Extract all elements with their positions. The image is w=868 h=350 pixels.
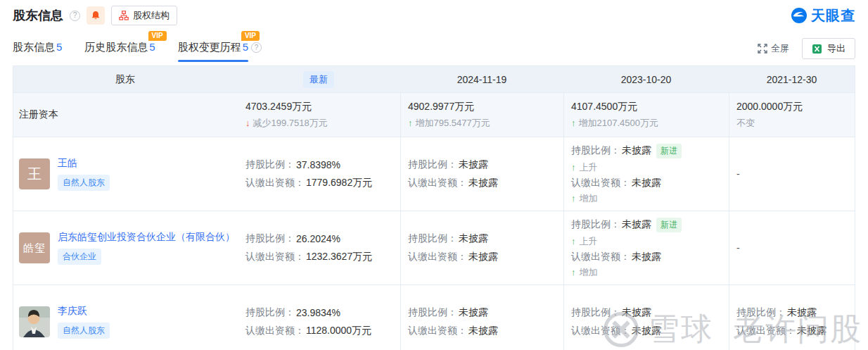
ratio-value: 未披露 [459,158,488,171]
amount-value: 未披露 [632,325,661,337]
shareholder-type-tag: 自然人股东 [58,175,110,191]
table-row: 李庆跃 自然人股东 持股比例：23.9834% 认缴出资额：1128.0000万… [13,285,855,350]
new-entry-badge: 新进 [656,144,682,158]
export-button[interactable]: 导出 [802,38,855,59]
ratio-label: 持股比例： [736,306,786,319]
amount-value: 未披露 [468,251,498,263]
down-arrow-icon: ↓ [245,118,250,128]
tianyancha-logo-text: 天眼查 [811,6,855,25]
tab-bar: 股东信息5 历史股东信息5 VIP 股权变更历程5 VIP ? [0,38,868,62]
tab-history-shareholder-info[interactable]: 历史股东信息5 VIP [84,41,155,62]
amount-label: 认缴出资额： [571,325,630,337]
shareholder-name-link[interactable]: 王皓 [58,157,110,170]
ratio-value: 26.2024% [296,233,340,244]
notification-bell-button[interactable] [87,6,105,25]
capital-2023-cell: 4107.4500万元 ↑增加2107.4500万元 [563,93,729,137]
amount-label: 认缴出资额： [736,325,796,337]
tianyancha-logo[interactable]: 天眼查 [791,6,855,25]
fullscreen-button[interactable]: 全屏 [758,42,789,55]
shareholder-type-tag: 合伙企业 [58,249,101,265]
shareholder-info-panel: 股东信息 ? 股权结构 [0,0,868,350]
tab-count: 5 [243,41,248,53]
ratio-value: 37.8398% [296,159,340,170]
amount-value: 1779.6982万元 [306,177,372,189]
vip-badge: VIP [241,31,260,41]
capital-value: 2000.0000万元 [736,101,855,113]
avatar[interactable]: 王 [19,158,50,189]
amount-label: 认缴出资额： [245,177,305,189]
capital-change: 不变 [736,117,855,130]
topbar: 股东信息 ? 股权结构 [0,0,868,25]
cell-2024: 持股比例：未披露 认缴出资额：未披露 [400,137,563,211]
ratio-value: 未披露 [622,306,651,319]
registered-capital-label: 注册资本 [13,93,237,137]
ratio-value: 未披露 [459,306,488,319]
up-arrow-icon: ↑ [571,118,576,128]
person-photo-icon [19,306,50,337]
up-arrow-icon: ↑ [571,236,576,246]
up-arrow-icon: ↑ [408,118,413,128]
registered-capital-row: 注册资本 4703.2459万元 ↓减少199.7518万元 4902.9977… [13,92,855,137]
table-row: 王 王皓 自然人股东 持股比例：37.8398% 认缴出资额：1779.6982… [13,137,855,211]
tab-shareholder-info[interactable]: 股东信息5 [13,41,62,62]
title-help-icon[interactable]: ? [70,11,80,21]
cell-2021: - [729,137,855,211]
col-header-date-2024: 2024-11-19 [400,74,563,85]
tab-label: 股东信息 [13,41,55,53]
vip-badge: VIP [148,31,167,41]
tab-help-icon[interactable]: ? [251,42,262,53]
up-arrow-icon: ↑ [571,193,576,204]
ratio-label: 持股比例： [408,306,457,319]
ratio-label: 持股比例： [408,232,457,245]
export-label: 导出 [827,42,845,55]
tab-equity-change-history[interactable]: 股权变更历程5 VIP ? [178,41,262,62]
new-entry-badge: 新进 [656,218,682,232]
amount-label: 认缴出资额： [245,325,305,337]
ratio-value: 未披露 [459,232,488,245]
capital-2024-cell: 4902.9977万元 ↑增加795.5477万元 [400,93,563,137]
page-title: 股东信息 [13,7,63,24]
ratio-label: 持股比例： [571,218,620,231]
trend-label: 上升 [580,161,598,174]
table-header-row: 股东 最新 2024-11-19 2023-10-20 2021-12-30 [13,66,855,92]
capital-change: 减少199.7518万元 [253,117,328,130]
excel-icon [812,44,822,54]
cell-2024: 持股比例：未披露 认缴出资额：未披露 [400,211,563,285]
trend-label: 增加 [580,266,598,279]
shareholder-name-link[interactable]: 启东皓玺创业投资合伙企业（有限合伙） [58,231,235,244]
ratio-label: 持股比例： [245,306,295,319]
amount-label: 认缴出资额： [245,251,305,263]
equity-structure-button[interactable]: 股权结构 [111,6,177,25]
ratio-label: 持股比例： [571,306,620,319]
amount-value: 未披露 [632,177,661,189]
tab-count: 5 [56,41,62,53]
latest-cell: 持股比例：37.8398% 认缴出资额：1779.6982万元 [237,137,400,211]
empty-dash: - [736,168,855,180]
ratio-value: 未披露 [622,144,651,157]
up-arrow-icon: ↑ [571,162,576,173]
amount-label: 认缴出资额： [571,177,630,189]
capital-value: 4902.9977万元 [408,101,563,113]
amount-label: 认缴出资额： [408,177,467,189]
shareholder-name-link[interactable]: 李庆跃 [58,305,110,318]
ratio-label: 持股比例： [245,158,295,171]
capital-latest-cell: 4703.2459万元 ↓减少199.7518万元 [237,93,400,137]
ratio-label: 持股比例： [245,232,295,245]
latest-badge: 最新 [303,71,334,88]
capital-value: 4107.4500万元 [571,101,729,113]
capital-change: 增加2107.4500万元 [579,117,658,130]
equity-change-table: 股东 最新 2024-11-19 2023-10-20 2021-12-30 注… [13,65,855,350]
avatar-photo[interactable] [19,306,50,337]
amount-value: 未披露 [468,325,498,337]
tianyancha-logo-icon [791,7,808,24]
amount-value: 1128.0000万元 [306,325,371,337]
amount-value: 1232.3627万元 [306,251,372,263]
avatar[interactable]: 皓玺 [19,232,50,263]
fullscreen-icon [758,44,767,54]
fullscreen-label: 全屏 [771,42,789,55]
bell-icon [91,11,101,21]
amount-value: 未披露 [468,177,498,189]
latest-cell: 持股比例：26.2024% 认缴出资额：1232.3627万元 [237,211,400,285]
ratio-value: 23.9834% [296,307,340,318]
cell-2023: 持股比例：未披露 认缴出资额：未披露 [563,285,729,350]
